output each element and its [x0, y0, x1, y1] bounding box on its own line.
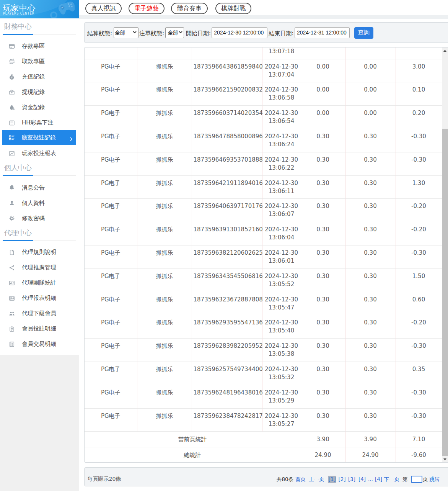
- table-row[interactable]: PG电子抓抓乐18735963236728878082024-12-3013:0…: [85, 292, 442, 316]
- sidebar-item-notice[interactable]: 消息公告: [0, 180, 79, 195]
- table-row[interactable]: PG电子抓抓乐18735963821206026252024-12-3013:0…: [85, 246, 442, 269]
- agent-report-icon: [9, 295, 15, 301]
- member-transactions-icon: [9, 341, 15, 347]
- table-row[interactable]: PG电子抓抓乐18735964063971701762024-12-3013:0…: [85, 199, 442, 222]
- first-page-link[interactable]: 首页: [295, 476, 306, 483]
- prev-page-link[interactable]: 上一页: [309, 476, 324, 483]
- page-link-3[interactable]: [3]: [348, 476, 355, 483]
- sidebar-item-funds-record[interactable]: 資金記錄: [0, 100, 79, 115]
- next-page-link[interactable]: 下一页: [384, 476, 400, 483]
- cell-game: 抓抓乐: [137, 59, 192, 83]
- table-row[interactable]: PG电子抓抓乐18735966438618598402024-12-3013:0…: [85, 59, 442, 83]
- page-link-1[interactable]: [1]: [328, 476, 336, 483]
- scrollbar-thumb[interactable]: [442, 129, 448, 457]
- notice-icon: [9, 185, 15, 191]
- jump-suffix-label: 页: [423, 476, 428, 483]
- end-date-input[interactable]: [295, 27, 350, 39]
- topbar-divider: [79, 15, 448, 19]
- cell-bet-amount: 0.30: [301, 315, 345, 339]
- page-summary-profit: 7.10: [396, 432, 442, 447]
- sidebar-item-withdrawal-record[interactable]: 提現記錄: [0, 85, 79, 100]
- sidebar-item-withdraw[interactable]: 取款專區: [0, 54, 79, 69]
- cell-provider: PG电子: [85, 222, 138, 246]
- cell-valid-amount: [345, 47, 396, 59]
- table-row[interactable]: PG电子抓抓乐18735964788580008962024-12-3013:0…: [85, 129, 442, 152]
- sidebar-item-member-transactions[interactable]: 會員交易明細: [0, 337, 79, 352]
- table-row[interactable]: PG电子抓抓乐18735966215902008322024-12-3013:0…: [85, 82, 442, 106]
- table-row[interactable]: 13:07:18: [85, 47, 442, 59]
- sidebar-item-agent-report[interactable]: 代理報表明細: [0, 291, 79, 306]
- section-divider: [3, 34, 76, 34]
- table-row[interactable]: PG电子抓抓乐18735962384782428172024-12-3013:0…: [85, 409, 442, 432]
- password-icon: [9, 215, 15, 221]
- settle-status-select[interactable]: 全部: [114, 27, 139, 39]
- bet-records-table-container[interactable]: 13:07:18PG电子抓抓乐18735966438618598402024-1…: [84, 47, 448, 463]
- sidebar-item-promotion[interactable]: 代理推廣管理: [0, 260, 79, 275]
- query-button[interactable]: 查詢: [354, 27, 373, 39]
- scrollbar-down-button[interactable]: [442, 456, 448, 462]
- cell-provider: PG电子: [85, 129, 138, 152]
- pagination-bar: 每頁顯示20條 共80条首页上一页[1][2][3][4]...[4]下一页第页…: [84, 467, 448, 486]
- cell-game: 抓抓乐: [137, 362, 192, 385]
- table-row[interactable]: PG电子抓抓乐18735964219118940162024-12-3013:0…: [85, 176, 442, 199]
- game-tab-1[interactable]: 真人視訊: [85, 3, 122, 14]
- sidebar-item-player-report[interactable]: 玩家投注報表: [0, 146, 79, 161]
- sidebar-item-recharge-record[interactable]: 充值記錄: [0, 69, 79, 85]
- team-stats-icon: [9, 280, 15, 286]
- start-date-input[interactable]: [212, 27, 267, 39]
- page-link-4[interactable]: [4]: [358, 476, 366, 483]
- game-tab-3[interactable]: 體育賽事: [171, 3, 208, 14]
- cell-order-number: 1873596283982205952: [192, 339, 262, 362]
- cell-valid-amount: 0.00: [345, 59, 396, 83]
- cell-valid-amount: 0.00: [345, 82, 396, 106]
- scrollbar-up-button[interactable]: [442, 47, 448, 54]
- sidebar-item-team-stats[interactable]: 代理團隊統計: [0, 275, 79, 291]
- cell-bet-amount: 0.30: [301, 409, 345, 432]
- sidebar-item-agent-rules[interactable]: 代理規則說明: [0, 245, 79, 260]
- cell-game: 抓抓乐: [137, 246, 192, 269]
- page-link-4[interactable]: [4]: [375, 476, 382, 483]
- lottery-bet-icon: [9, 120, 15, 126]
- sidebar-item-password[interactable]: 修改密碼: [0, 211, 79, 226]
- sidebar-item-lottery-bet[interactable]: HH彩票下注: [0, 115, 79, 131]
- cell-game: 抓抓乐: [137, 315, 192, 339]
- table-row[interactable]: PG电子抓抓乐18735962481964380162024-12-3013:0…: [85, 385, 442, 409]
- room-bet-record-icon: [9, 135, 15, 141]
- jump-page-input[interactable]: [411, 476, 422, 483]
- cell-game: 抓抓乐: [137, 222, 192, 246]
- cell-datetime: 2024-12-3013:06:24: [262, 129, 301, 152]
- table-row[interactable]: PG电子抓抓乐18735962575497344002024-12-3013:0…: [85, 362, 442, 385]
- sidebar-item-deposit[interactable]: 存款專區: [0, 39, 79, 54]
- decor-ring-icon: [50, 11, 57, 18]
- order-status-select[interactable]: 全部: [165, 27, 184, 39]
- game-tab-2[interactable]: 電子遊藝: [129, 3, 165, 14]
- cell-valid-amount: 0.30: [345, 315, 396, 339]
- sidebar-item-sub-members[interactable]: 代理下級會員: [0, 306, 79, 321]
- cell-game: 抓抓乐: [137, 129, 192, 152]
- cell-provider: PG电子: [85, 362, 138, 385]
- table-row[interactable]: PG电子抓抓乐18735963435455068162024-12-3013:0…: [85, 269, 442, 292]
- players-center-page: { "app": { "title": "玩家中心", "subtitle": …: [0, 0, 448, 491]
- table-row[interactable]: PG电子抓抓乐18735964693537018882024-12-3013:0…: [85, 152, 442, 176]
- page-link-...[interactable]: ...: [368, 476, 373, 483]
- cell-provider: PG电子: [85, 315, 138, 339]
- cell-datetime: 2024-12-3013:05:47: [262, 292, 301, 316]
- table-row[interactable]: PG电子抓抓乐18735962935955471362024-12-3013:0…: [85, 315, 442, 339]
- page-link-2[interactable]: [2]: [339, 476, 346, 483]
- table-row[interactable]: PG电子抓抓乐18735966037140203542024-12-3013:0…: [85, 106, 442, 129]
- sidebar-item-room-bet-record[interactable]: 廳室投註記錄: [2, 130, 76, 145]
- table-scrollbar[interactable]: [442, 47, 448, 462]
- cell-profit: -0.20: [396, 315, 442, 339]
- cell-datetime: 2024-12-3013:06:07: [262, 199, 301, 222]
- cell-profit: 1.30: [396, 176, 442, 199]
- cell-datetime: 2024-12-3013:05:32: [262, 362, 301, 385]
- sidebar-item-profile[interactable]: 個人資料: [0, 195, 79, 211]
- cell-valid-amount: 0.30: [345, 199, 396, 222]
- game-tab-4[interactable]: 棋牌對戰: [215, 3, 251, 14]
- cell-provider: PG电子: [85, 339, 138, 362]
- table-row[interactable]: PG电子抓抓乐18735962839822059522024-12-3013:0…: [85, 339, 442, 362]
- sidebar-item-member-bets[interactable]: 會員投註明細: [0, 321, 79, 337]
- cell-valid-amount: 0.30: [345, 246, 396, 269]
- cell-order-number: 1873596478858000896: [192, 129, 262, 152]
- table-row[interactable]: PG电子抓抓乐18735963913018521602024-12-3013:0…: [85, 222, 442, 246]
